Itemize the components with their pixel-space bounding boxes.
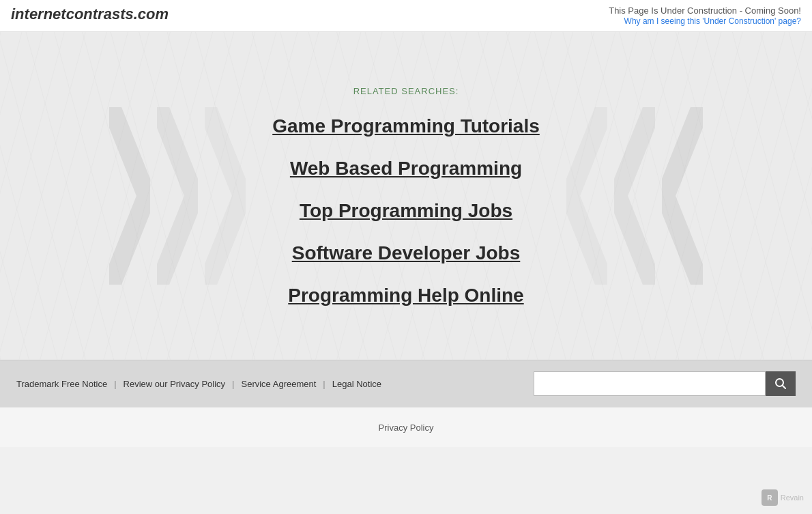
revain-icon: R [762, 489, 778, 506]
footer-search-button[interactable] [766, 371, 796, 396]
notice-text: This Page Is Under Construction - Coming… [609, 5, 801, 16]
chevrons-right [566, 107, 703, 285]
footer-links: Trademark Free Notice | Review our Priva… [16, 379, 387, 389]
footer-separator-3: | [323, 379, 325, 389]
footer-link-service[interactable]: Service Agreement [236, 379, 322, 389]
related-searches-container: RELATED SEARCHES: Game Programming Tutor… [272, 59, 540, 334]
notice-link[interactable]: Why am I seeing this 'Under Construction… [624, 16, 801, 26]
main-content: RELATED SEARCHES: Game Programming Tutor… [0, 32, 812, 360]
search-link-software-developer[interactable]: Software Developer Jobs [292, 242, 521, 264]
footer-search-input[interactable] [534, 371, 766, 396]
footer-bar: Trademark Free Notice | Review our Priva… [0, 360, 812, 407]
related-label: RELATED SEARCHES: [353, 86, 459, 96]
footer-search [534, 371, 796, 396]
bottom-bar: Privacy Policy [0, 407, 812, 447]
chevron-right-3 [566, 107, 607, 285]
chevron-left-2 [157, 107, 198, 285]
revain-watermark: R Revain [762, 489, 804, 506]
footer-link-privacy[interactable]: Review our Privacy Policy [118, 379, 231, 389]
site-logo: internetcontrasts.com [11, 5, 169, 23]
chevron-left-3 [205, 107, 246, 285]
footer-link-legal[interactable]: Legal Notice [327, 379, 387, 389]
chevrons-left [109, 107, 246, 285]
top-bar: internetcontrasts.com This Page Is Under… [0, 0, 812, 32]
search-link-programming-help[interactable]: Programming Help Online [288, 285, 523, 306]
footer-link-trademark[interactable]: Trademark Free Notice [16, 379, 113, 389]
revain-label: Revain [781, 494, 804, 502]
chevron-right-1 [662, 107, 703, 285]
chevron-right-2 [614, 107, 655, 285]
search-link-top-jobs[interactable]: Top Programming Jobs [300, 200, 512, 222]
search-link-web-based[interactable]: Web Based Programming [290, 158, 522, 180]
footer-separator-2: | [232, 379, 234, 389]
privacy-policy-link[interactable]: Privacy Policy [379, 423, 434, 433]
footer-separator-1: | [114, 379, 116, 389]
search-link-game-programming[interactable]: Game Programming Tutorials [272, 115, 540, 137]
search-icon [774, 377, 787, 390]
construction-notice: This Page Is Under Construction - Coming… [609, 5, 801, 26]
svg-line-1 [783, 386, 786, 389]
chevron-left-1 [109, 107, 150, 285]
